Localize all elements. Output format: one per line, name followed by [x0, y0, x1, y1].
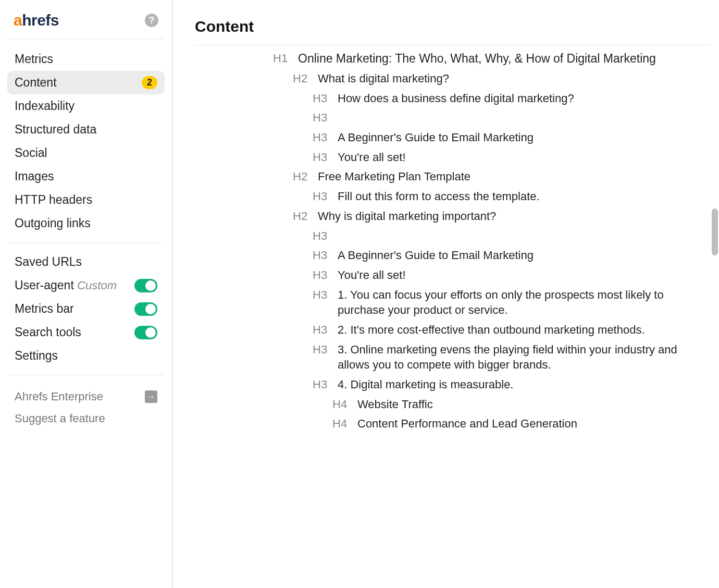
- sidebar-item-social[interactable]: Social: [7, 141, 165, 165]
- heading-tag: H2: [293, 209, 312, 224]
- divider: [195, 45, 710, 45]
- heading-text: 4. Digital marketing is measurable.: [338, 377, 513, 393]
- sidebar-item-outgoing-links[interactable]: Outgoing links: [7, 212, 165, 235]
- heading-row[interactable]: H3A Beginner's Guide to Email Marketing: [313, 130, 699, 145]
- sidebar-item-label: Images: [15, 169, 54, 183]
- heading-text: You're all set!: [338, 150, 406, 165]
- heading-row[interactable]: H2Why is digital marketing important?: [293, 209, 699, 224]
- metrics-bar-row: Metrics bar: [7, 297, 165, 321]
- saved-urls-label: Saved URLs: [15, 255, 82, 269]
- suggest-feature-link[interactable]: Suggest a feature: [7, 408, 165, 430]
- heading-row[interactable]: H3You're all set!: [313, 150, 699, 165]
- heading-tag: H3: [313, 248, 331, 263]
- heading-text: Fill out this form to access the templat…: [338, 189, 540, 204]
- heading-text: Content Performance and Lead Generation: [357, 416, 577, 432]
- heading-text: A Beginner's Guide to Email Marketing: [338, 248, 534, 263]
- sidebar-item-label: Indexability: [15, 99, 75, 113]
- user-agent-text: User-agent: [15, 278, 74, 292]
- logo-rest: hrefs: [22, 11, 59, 29]
- sidebar-item-http-headers[interactable]: HTTP headers: [7, 188, 165, 212]
- logo[interactable]: ahrefs: [14, 11, 59, 29]
- heading-row[interactable]: H3: [313, 110, 699, 126]
- heading-text: 2. It's more cost-effective than outboun…: [338, 322, 645, 338]
- content-badge: 2: [142, 76, 157, 89]
- sidebar-item-label: Content: [15, 76, 57, 90]
- heading-row[interactable]: H2Free Marketing Plan Template: [293, 169, 699, 185]
- divider: [8, 375, 164, 375]
- sidebar-item-label: Metrics: [15, 52, 53, 66]
- user-agent-row: User-agent Custom: [7, 274, 165, 297]
- heading-row[interactable]: H3You're all set!: [313, 267, 699, 283]
- heading-tag: H3: [313, 377, 331, 393]
- sidebar-item-images[interactable]: Images: [7, 165, 165, 188]
- heading-tag: H3: [313, 110, 331, 126]
- sidebar-item-indexability[interactable]: Indexability: [7, 94, 165, 118]
- heading-tag: H3: [313, 130, 331, 145]
- heading-tag: H3: [313, 342, 331, 358]
- sidebar: ahrefs ? Metrics Content 2 Indexability …: [0, 0, 173, 588]
- metrics-bar-label: Metrics bar: [15, 302, 74, 316]
- heading-text: How does a business define digital marke…: [338, 91, 574, 106]
- sidebar-item-label: Outgoing links: [15, 216, 91, 230]
- sidebar-item-label: Social: [15, 146, 47, 160]
- heading-tag: H3: [313, 150, 331, 165]
- heading-row[interactable]: H3How does a business define digital mar…: [313, 91, 699, 106]
- scrollbar-thumb[interactable]: [712, 209, 718, 255]
- sidebar-item-structured-data[interactable]: Structured data: [7, 118, 165, 141]
- enterprise-link[interactable]: Ahrefs Enterprise →: [7, 386, 165, 408]
- heading-tag: H3: [313, 91, 331, 106]
- heading-text: Free Marketing Plan Template: [318, 169, 470, 185]
- heading-tag: H2: [293, 71, 312, 87]
- heading-tag: H3: [313, 189, 331, 204]
- user-agent-value: Custom: [77, 279, 117, 292]
- saved-urls-link[interactable]: Saved URLs: [7, 250, 165, 274]
- heading-outline: H1Online Marketing: The Who, What, Why, …: [195, 51, 710, 432]
- search-tools-toggle[interactable]: [134, 326, 157, 339]
- sidebar-item-metrics[interactable]: Metrics: [7, 47, 165, 71]
- sidebar-nav: Metrics Content 2 Indexability Structure…: [7, 47, 165, 235]
- heading-tag: H2: [293, 169, 312, 185]
- arrow-right-icon: →: [145, 390, 157, 403]
- divider: [8, 242, 164, 243]
- heading-row[interactable]: H1Online Marketing: The Who, What, Why, …: [273, 51, 699, 67]
- heading-text: Online Marketing: The Who, What, Why, & …: [298, 51, 656, 67]
- heading-tag: H3: [313, 228, 331, 244]
- heading-text: 1. You can focus your efforts on only th…: [338, 287, 699, 318]
- heading-text: Website Traffic: [357, 397, 433, 412]
- heading-text: A Beginner's Guide to Email Marketing: [338, 130, 534, 145]
- user-agent-toggle[interactable]: [134, 279, 157, 292]
- user-agent-label: User-agent Custom: [15, 278, 117, 292]
- heading-text: You're all set!: [338, 267, 406, 283]
- heading-row[interactable]: H4Content Performance and Lead Generatio…: [332, 416, 699, 432]
- heading-row[interactable]: H3Fill out this form to access the templ…: [313, 189, 699, 204]
- sidebar-item-label: Structured data: [15, 123, 96, 137]
- sidebar-footer: Ahrefs Enterprise → Suggest a feature: [7, 386, 165, 430]
- settings-label: Settings: [15, 349, 58, 363]
- heading-row[interactable]: H31. You can focus your efforts on only …: [313, 287, 699, 318]
- enterprise-label: Ahrefs Enterprise: [15, 390, 103, 403]
- heading-tag: H4: [332, 416, 351, 432]
- heading-text: Why is digital marketing important?: [318, 209, 496, 224]
- suggest-label: Suggest a feature: [15, 412, 105, 425]
- heading-tag: H4: [332, 397, 351, 412]
- search-tools-row: Search tools: [7, 321, 165, 344]
- heading-row[interactable]: H3: [313, 228, 699, 244]
- sidebar-item-content[interactable]: Content 2: [7, 71, 165, 94]
- heading-row[interactable]: H33. Online marketing evens the playing …: [313, 342, 699, 373]
- search-tools-label: Search tools: [15, 325, 81, 339]
- settings-link[interactable]: Settings: [7, 344, 165, 368]
- logo-first-letter: a: [14, 11, 22, 29]
- heading-tag: H3: [313, 322, 331, 338]
- heading-row[interactable]: H34. Digital marketing is measurable.: [313, 377, 699, 393]
- heading-text: What is digital marketing?: [318, 71, 449, 87]
- sidebar-item-label: HTTP headers: [15, 193, 92, 207]
- heading-tag: H3: [313, 267, 331, 283]
- heading-row[interactable]: H3A Beginner's Guide to Email Marketing: [313, 248, 699, 263]
- metrics-bar-toggle[interactable]: [134, 302, 157, 316]
- heading-row[interactable]: H2What is digital marketing?: [293, 71, 699, 87]
- heading-row[interactable]: H4Website Traffic: [332, 397, 699, 412]
- heading-text: 3. Online marketing evens the playing fi…: [338, 342, 699, 373]
- help-icon[interactable]: ?: [145, 14, 158, 27]
- heading-row[interactable]: H32. It's more cost-effective than outbo…: [313, 322, 699, 338]
- heading-tag: H1: [273, 51, 292, 66]
